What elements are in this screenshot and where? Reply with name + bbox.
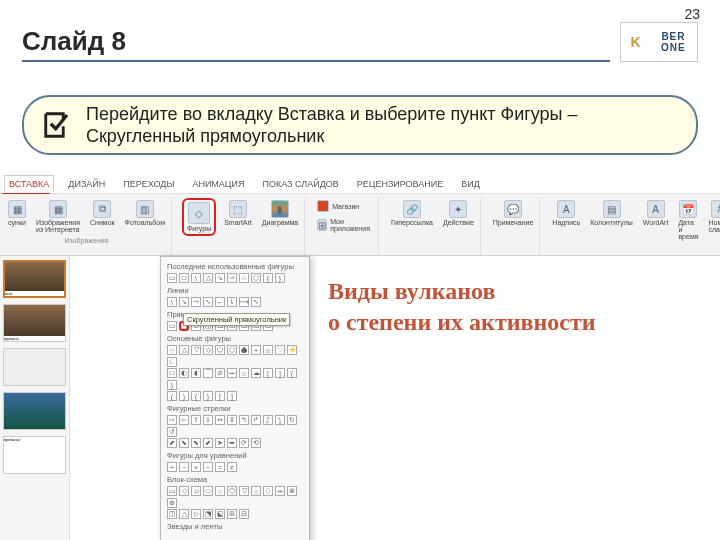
- thumbnail-3[interactable]: [3, 348, 66, 386]
- shape-item[interactable]: ⇕: [227, 415, 237, 425]
- shape-item[interactable]: ⤳: [191, 297, 201, 307]
- shape-item[interactable]: ⯃: [239, 345, 249, 355]
- shape-item[interactable]: ⊞: [227, 509, 237, 519]
- slide-number-button[interactable]: #Номер слайда: [706, 198, 720, 235]
- shape-item[interactable]: ⌐: [215, 297, 225, 307]
- shape-item[interactable]: ⬠: [215, 345, 225, 355]
- shape-item[interactable]: ⤴: [263, 415, 273, 425]
- shape-item[interactable]: ↰: [239, 415, 249, 425]
- shape-item[interactable]: ⬔: [203, 509, 213, 519]
- shape-item[interactable]: ⬭: [167, 368, 177, 378]
- shape-item[interactable]: ⬈: [167, 438, 177, 448]
- shape-item[interactable]: −: [179, 462, 189, 472]
- my-apps-button[interactable]: ⊞Мои приложения: [315, 216, 374, 234]
- thumbnail-2[interactable]: вулкана: [3, 304, 66, 342]
- thumbnail-4[interactable]: [3, 392, 66, 430]
- shape-item[interactable]: ⬡: [251, 273, 261, 283]
- shape-item[interactable]: ⟿: [239, 297, 249, 307]
- shape-item[interactable]: ↻: [287, 415, 297, 425]
- shape-item[interactable]: }: [167, 380, 177, 390]
- online-pictures-button[interactable]: ▦Изображения из Интернета: [34, 198, 82, 235]
- shape-item[interactable]: ⟲: [251, 438, 261, 448]
- shape-item[interactable]: ⤹: [227, 297, 237, 307]
- shape-item[interactable]: ⌂: [251, 486, 261, 496]
- shape-item[interactable]: ⇩: [203, 415, 213, 425]
- shape-item[interactable]: \: [167, 297, 177, 307]
- shape-item[interactable]: ⬰: [227, 368, 237, 378]
- textbox-button[interactable]: AНадпись: [550, 198, 582, 228]
- tab-insert[interactable]: ВСТАВКА: [4, 175, 54, 192]
- shape-item[interactable]: ∿: [251, 297, 261, 307]
- shape-item[interactable]: ◇: [179, 486, 189, 496]
- shape-item[interactable]: ◇: [203, 345, 213, 355]
- shape-item[interactable]: ◐: [179, 368, 189, 378]
- shape-item[interactable]: ↘: [215, 273, 225, 283]
- smartart-button[interactable]: ⬚SmartArt: [222, 198, 254, 228]
- datetime-button[interactable]: 📅Дата и время: [676, 198, 700, 242]
- header-footer-button[interactable]: ▤Колонтитулы: [588, 198, 635, 228]
- shape-item[interactable]: ]: [227, 391, 237, 401]
- tab-transitions[interactable]: ПЕРЕХОДЫ: [119, 176, 178, 192]
- thumbnail-1[interactable]: аны: [3, 260, 66, 298]
- shape-item[interactable]: ⤵: [275, 415, 285, 425]
- shape-item[interactable]: ⇨: [167, 415, 177, 425]
- shape-item[interactable]: ↺: [167, 427, 177, 437]
- shape-item[interactable]: ⊘: [215, 368, 225, 378]
- shape-item[interactable]: △: [179, 345, 189, 355]
- shape-item[interactable]: ⌂: [239, 368, 249, 378]
- shape-item[interactable]: +: [251, 345, 261, 355]
- shape-item[interactable]: ∿: [203, 297, 213, 307]
- shape-item[interactable]: ☺: [263, 345, 273, 355]
- tab-animation[interactable]: АНИМАЦИЯ: [188, 176, 248, 192]
- shape-item[interactable]: ÷: [203, 462, 213, 472]
- shape-item[interactable]: ⬭: [203, 486, 213, 496]
- shape-item[interactable]: ↱: [251, 415, 261, 425]
- tab-design[interactable]: ДИЗАЙН: [64, 176, 109, 192]
- shape-item[interactable]: ⬉: [191, 438, 201, 448]
- shape-item[interactable]: ☾: [167, 357, 177, 367]
- shape-item[interactable]: ◖: [191, 368, 201, 378]
- shape-item[interactable]: }: [275, 273, 285, 283]
- chart-button[interactable]: ▮Диаграмма: [260, 198, 300, 228]
- shape-item[interactable]: ⇧: [191, 415, 201, 425]
- shape-item[interactable]: ×: [191, 462, 201, 472]
- shape-item[interactable]: ☁: [251, 368, 261, 378]
- comment-button[interactable]: 💬Примечание: [491, 198, 536, 228]
- shape-item[interactable]: \: [191, 273, 201, 283]
- shape-item[interactable]: ▭: [167, 273, 177, 283]
- shape-item[interactable]: +: [167, 462, 177, 472]
- screenshot-button[interactable]: ⧉Снимок: [88, 198, 117, 228]
- shape-item[interactable]: ⊟: [239, 509, 249, 519]
- shape-item[interactable]: ♡: [275, 345, 285, 355]
- photo-album-button[interactable]: ▥Фотоальбом: [123, 198, 167, 228]
- shape-item[interactable]: ⬰: [275, 486, 285, 496]
- tab-review[interactable]: РЕЦЕНЗИРОВАНИЕ: [353, 176, 448, 192]
- shape-item[interactable]: ○: [167, 345, 177, 355]
- shape-item[interactable]: ⚡: [287, 345, 297, 355]
- shape-item[interactable]: ↘: [179, 297, 189, 307]
- wordart-button[interactable]: AWordArt: [641, 198, 671, 228]
- store-button[interactable]: Магазин: [315, 198, 361, 214]
- shape-item[interactable]: ⬭: [179, 273, 189, 283]
- tab-slideshow[interactable]: ПОКАЗ СЛАЙДОВ: [259, 176, 343, 192]
- shape-item[interactable]: (: [167, 391, 177, 401]
- shape-item[interactable]: ⬡: [227, 345, 237, 355]
- thumbnail-5[interactable]: вулканы!: [3, 436, 66, 474]
- shape-item[interactable]: ➥: [227, 438, 237, 448]
- shape-item[interactable]: ⌒: [203, 368, 213, 378]
- shape-item[interactable]: {: [287, 368, 297, 378]
- shape-item[interactable]: [: [215, 391, 225, 401]
- shape-item[interactable]: {: [263, 273, 273, 283]
- shape-item[interactable]: {: [191, 391, 201, 401]
- shape-item[interactable]: △: [179, 509, 189, 519]
- shapes-button[interactable]: ◇Фигуры: [182, 198, 216, 236]
- shape-item[interactable]: △: [203, 273, 213, 283]
- shape-item[interactable]: =: [215, 462, 225, 472]
- shape-rectangle[interactable]: ▭: [167, 321, 177, 331]
- shape-item[interactable]: ▽: [239, 486, 249, 496]
- shape-item[interactable]: ▽: [191, 345, 201, 355]
- hyperlink-button[interactable]: 🔗Гиперссылка: [389, 198, 435, 228]
- shape-item[interactable]: ▷: [191, 509, 201, 519]
- shape-item[interactable]: ⊕: [167, 498, 177, 508]
- shape-item[interactable]: ☆: [239, 273, 249, 283]
